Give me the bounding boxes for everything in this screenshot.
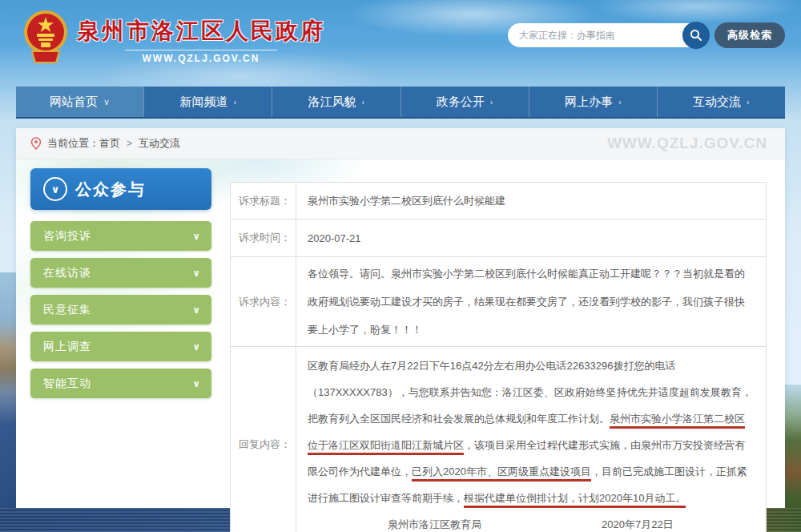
reply-signature: 泉州市洛江区教育局 2020年7月22日 xyxy=(308,511,755,532)
chevron-icon: › xyxy=(362,97,365,107)
table-row-reply-content: 回复内容： 区教育局经办人在7月22日下午16点42分左右用办公电话226332… xyxy=(231,347,766,532)
sidebar-item[interactable]: 咨询投诉 ∨ xyxy=(30,221,211,251)
reply-sign-date: 2020年7月22日 xyxy=(602,511,674,532)
national-emblem-icon xyxy=(22,10,69,69)
sidebar-item-label: 智能互动 xyxy=(43,377,91,391)
sidebar-header-label: 公众参与 xyxy=(75,179,146,200)
location-pin-icon xyxy=(30,137,42,150)
nav-item[interactable]: 网上办事 › xyxy=(529,87,657,117)
nav-item[interactable]: 洛江风貌 › xyxy=(272,87,400,117)
search-icon xyxy=(690,29,702,42)
nav-item-label: 洛江风貌 xyxy=(308,95,356,110)
chevron-icon: › xyxy=(618,97,622,107)
nav-item-label: 新闻频道 xyxy=(179,95,227,110)
site-header: 泉州市洛江区人民政府 WWW.QZLJ.GOV.CN 高级检索 xyxy=(0,0,801,80)
table-row-request-content: 诉求内容： 各位领导。请问。泉州市实验小学第二校区到底什么时候能真正动工开建呢？… xyxy=(231,257,766,347)
chevron-down-icon: ∨ xyxy=(192,268,200,279)
title-value: 泉州市实验小学第二校区到底什么时候能建 xyxy=(296,183,766,219)
chevron-icon: › xyxy=(490,97,493,107)
breadcrumb-current-link[interactable]: 互动交流 xyxy=(139,136,180,151)
main-panel: 当前位置： 首页 > 互动交流 WWW.QZLJ.GOV.CN ∨ 公众参与 咨… xyxy=(16,128,785,508)
table-row-title: 诉求标题： 泉州市实验小学第二校区到底什么时候能建 xyxy=(231,183,766,220)
table-row-request-time: 诉求时间： 2020-07-21 xyxy=(231,220,766,257)
nav-item-label: 互动交流 xyxy=(693,95,741,110)
breadcrumb: 当前位置： 首页 > 互动交流 WWW.QZLJ.GOV.CN xyxy=(16,128,785,159)
sidebar-item-label: 网上调查 xyxy=(43,340,91,354)
breadcrumb-home-link[interactable]: 首页 xyxy=(99,136,120,151)
chevron-icon: › xyxy=(747,97,750,107)
search-button[interactable] xyxy=(682,22,710,49)
reply-text-segment: 根据代建单位倒排计划，计划2020年10月动工。 xyxy=(464,492,686,508)
site-logo-link[interactable]: 泉州市洛江区人民政府 WWW.QZLJ.GOV.CN xyxy=(22,10,325,69)
watermark-text: WWW.QZLJ.GOV.CN xyxy=(607,135,767,152)
breadcrumb-label: 当前位置： xyxy=(47,136,99,151)
reply-text-segment: 已列入2020年市、区两级重点建设项目 xyxy=(412,466,591,482)
nav-item[interactable]: 政务公开 › xyxy=(400,87,529,117)
chevron-down-icon: ∨ xyxy=(192,304,200,316)
circled-chevron-down-icon: ∨ xyxy=(43,177,67,201)
reply-content-label: 回复内容： xyxy=(231,347,296,532)
background-scenery-left xyxy=(0,272,16,532)
chevron-down-icon: ∨ xyxy=(192,231,200,242)
title-label: 诉求标题： xyxy=(231,183,296,219)
search-input[interactable] xyxy=(508,23,706,47)
sidebar-list: 咨询投诉 ∨ 在线访谈 ∨ 民意征集 ∨ 网上调查 xyxy=(30,221,211,398)
chevron-down-icon: ∨ xyxy=(192,341,200,353)
site-url: WWW.QZLJ.GOV.CN xyxy=(125,50,277,64)
sidebar-item-label: 在线访谈 xyxy=(43,266,91,280)
nav-item-label: 网上办事 xyxy=(565,95,613,110)
reply-text: 区教育局经办人在7月22日下午16点42分左右用办公电话22633296拨打您的… xyxy=(308,360,752,508)
sidebar-item-label: 民意征集 xyxy=(43,303,91,317)
nav-item-label: 政务公开 xyxy=(437,95,485,110)
reply-content-value: 区教育局经办人在7月22日下午16点42分左右用办公电话22633296拨打您的… xyxy=(296,347,766,532)
sidebar-item[interactable]: 网上调查 ∨ xyxy=(30,332,211,361)
sidebar-item-label: 咨询投诉 xyxy=(43,229,91,244)
request-time-label: 诉求时间： xyxy=(231,220,296,256)
nav-item[interactable]: 网站首页 ∨ xyxy=(16,87,143,117)
search-area: 高级检索 xyxy=(508,22,785,48)
breadcrumb-separator: > xyxy=(127,138,132,149)
sidebar-header-public-participation[interactable]: ∨ 公众参与 xyxy=(30,168,211,210)
advanced-search-button[interactable]: 高级检索 xyxy=(714,22,785,48)
request-detail-table: 诉求标题： 泉州市实验小学第二校区到底什么时候能建 诉求时间： 2020-07-… xyxy=(230,182,767,532)
chevron-icon: ∨ xyxy=(103,97,110,107)
request-content-value: 各位领导。请问。泉州市实验小学第二校区到底什么时候能真正动工开建呢？？？当初就是… xyxy=(296,257,766,346)
nav-item[interactable]: 互动交流 › xyxy=(657,87,785,117)
site-title: 泉州市洛江区人民政府 xyxy=(77,19,325,43)
reply-signer: 泉州市洛江区教育局 xyxy=(388,511,481,532)
chevron-icon: › xyxy=(233,97,236,107)
sidebar-item[interactable]: 在线访谈 ∨ xyxy=(30,258,211,288)
sidebar-item[interactable]: 智能互动 ∨ xyxy=(30,369,211,398)
nav-item-label: 网站首页 xyxy=(50,95,98,110)
nav-item[interactable]: 新闻频道 › xyxy=(143,87,272,117)
page: 泉州市洛江区人民政府 WWW.QZLJ.GOV.CN 高级检索 网站首页 xyxy=(0,0,801,532)
sidebar: ∨ 公众参与 咨询投诉 ∨ 在线访谈 ∨ 民意征集 xyxy=(30,168,211,405)
request-time-value: 2020-07-21 xyxy=(296,220,766,256)
chevron-down-icon: ∨ xyxy=(192,378,200,389)
sidebar-item[interactable]: 民意征集 ∨ xyxy=(30,295,211,324)
request-content-label: 诉求内容： xyxy=(231,257,296,346)
main-nav: 网站首页 ∨ 新闻频道 › 洛江风貌 › 政务公开 › 网上办事 › xyxy=(16,87,785,119)
